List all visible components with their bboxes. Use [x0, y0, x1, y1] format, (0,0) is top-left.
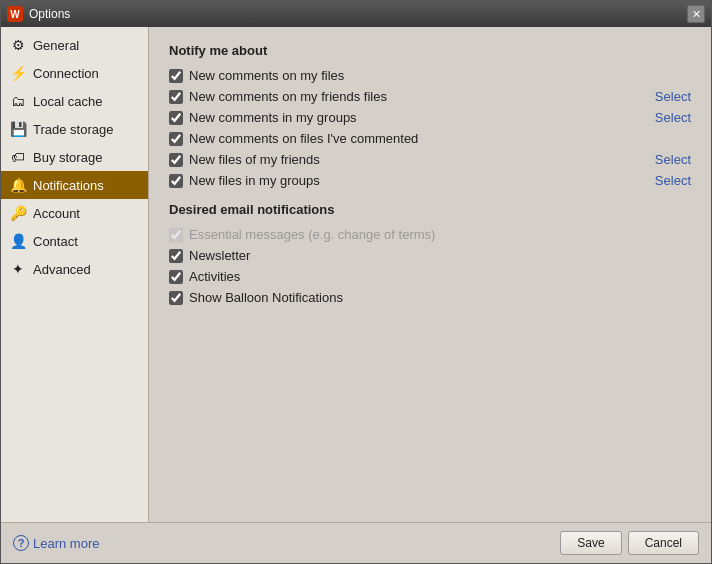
- sidebar-label-connection: Connection: [33, 66, 99, 81]
- advanced-icon: ✦: [9, 260, 27, 278]
- sidebar: ⚙General⚡Connection🗂Local cache💾Trade st…: [1, 27, 149, 522]
- label-cb5: New files of my friends: [189, 152, 649, 167]
- notify-row-cb2: New comments on my friends filesSelect: [169, 89, 691, 104]
- close-button[interactable]: ✕: [687, 5, 705, 23]
- options-window: W Options ✕ ⚙General⚡Connection🗂Local ca…: [0, 0, 712, 564]
- local-cache-icon: 🗂: [9, 92, 27, 110]
- notify-section-title: Notify me about: [169, 43, 691, 58]
- checkbox-cb3[interactable]: [169, 111, 183, 125]
- general-icon: ⚙: [9, 36, 27, 54]
- desired-row-cbd2: Newsletter: [169, 248, 691, 263]
- window-title: Options: [29, 7, 687, 21]
- label-cb3: New comments in my groups: [189, 110, 649, 125]
- label-cbd4: Show Balloon Notifications: [189, 290, 691, 305]
- account-icon: 🔑: [9, 204, 27, 222]
- sidebar-item-advanced[interactable]: ✦Advanced: [1, 255, 148, 283]
- sidebar-label-buy-storage: Buy storage: [33, 150, 102, 165]
- titlebar: W Options ✕: [1, 1, 711, 27]
- checkbox-cbd1: [169, 228, 183, 242]
- learn-more-link[interactable]: Learn more: [33, 536, 99, 551]
- trade-storage-icon: 💾: [9, 120, 27, 138]
- checkbox-cb1[interactable]: [169, 69, 183, 83]
- connection-icon: ⚡: [9, 64, 27, 82]
- desired-section: Desired email notifications Essential me…: [169, 202, 691, 305]
- checkbox-cbd3[interactable]: [169, 270, 183, 284]
- sidebar-label-account: Account: [33, 206, 80, 221]
- sidebar-item-account[interactable]: 🔑Account: [1, 199, 148, 227]
- notify-row-cb5: New files of my friendsSelect: [169, 152, 691, 167]
- select-link-cb5[interactable]: Select: [655, 152, 691, 167]
- desired-section-title: Desired email notifications: [169, 202, 691, 217]
- buy-storage-icon: 🏷: [9, 148, 27, 166]
- cancel-button[interactable]: Cancel: [628, 531, 699, 555]
- checkbox-cbd4[interactable]: [169, 291, 183, 305]
- select-link-cb2[interactable]: Select: [655, 89, 691, 104]
- desired-row-cbd3: Activities: [169, 269, 691, 284]
- sidebar-label-local-cache: Local cache: [33, 94, 102, 109]
- notify-checkboxes-container: New comments on my filesNew comments on …: [169, 68, 691, 188]
- label-cb4: New comments on files I've commented: [189, 131, 691, 146]
- notifications-icon: 🔔: [9, 176, 27, 194]
- desired-checkboxes-container: Essential messages (e.g. change of terms…: [169, 227, 691, 305]
- label-cbd1: Essential messages (e.g. change of terms…: [189, 227, 691, 242]
- sidebar-label-trade-storage: Trade storage: [33, 122, 113, 137]
- checkbox-cbd2[interactable]: [169, 249, 183, 263]
- select-link-cb3[interactable]: Select: [655, 110, 691, 125]
- notify-row-cb4: New comments on files I've commented: [169, 131, 691, 146]
- desired-row-cbd4: Show Balloon Notifications: [169, 290, 691, 305]
- save-button[interactable]: Save: [560, 531, 621, 555]
- checkbox-cb2[interactable]: [169, 90, 183, 104]
- checkbox-cb4[interactable]: [169, 132, 183, 146]
- sidebar-label-general: General: [33, 38, 79, 53]
- notify-row-cb3: New comments in my groupsSelect: [169, 110, 691, 125]
- footer: ? Learn more Save Cancel: [1, 522, 711, 563]
- label-cb1: New comments on my files: [189, 68, 691, 83]
- sidebar-item-trade-storage[interactable]: 💾Trade storage: [1, 115, 148, 143]
- app-icon: W: [7, 6, 23, 22]
- sidebar-item-buy-storage[interactable]: 🏷Buy storage: [1, 143, 148, 171]
- desired-row-cbd1: Essential messages (e.g. change of terms…: [169, 227, 691, 242]
- label-cbd2: Newsletter: [189, 248, 691, 263]
- sidebar-item-connection[interactable]: ⚡Connection: [1, 59, 148, 87]
- select-link-cb6[interactable]: Select: [655, 173, 691, 188]
- main-content: Notify me about New comments on my files…: [149, 27, 711, 522]
- sidebar-item-general[interactable]: ⚙General: [1, 31, 148, 59]
- checkbox-cb6[interactable]: [169, 174, 183, 188]
- label-cbd3: Activities: [189, 269, 691, 284]
- footer-buttons: Save Cancel: [560, 531, 699, 555]
- contact-icon: 👤: [9, 232, 27, 250]
- sidebar-item-local-cache[interactable]: 🗂Local cache: [1, 87, 148, 115]
- checkbox-cb5[interactable]: [169, 153, 183, 167]
- sidebar-item-notifications[interactable]: 🔔Notifications: [1, 171, 148, 199]
- footer-left: ? Learn more: [13, 535, 560, 551]
- sidebar-label-notifications: Notifications: [33, 178, 104, 193]
- notify-row-cb6: New files in my groupsSelect: [169, 173, 691, 188]
- help-icon: ?: [13, 535, 29, 551]
- content-area: ⚙General⚡Connection🗂Local cache💾Trade st…: [1, 27, 711, 522]
- sidebar-label-advanced: Advanced: [33, 262, 91, 277]
- notify-row-cb1: New comments on my files: [169, 68, 691, 83]
- label-cb6: New files in my groups: [189, 173, 649, 188]
- label-cb2: New comments on my friends files: [189, 89, 649, 104]
- sidebar-item-contact[interactable]: 👤Contact: [1, 227, 148, 255]
- sidebar-label-contact: Contact: [33, 234, 78, 249]
